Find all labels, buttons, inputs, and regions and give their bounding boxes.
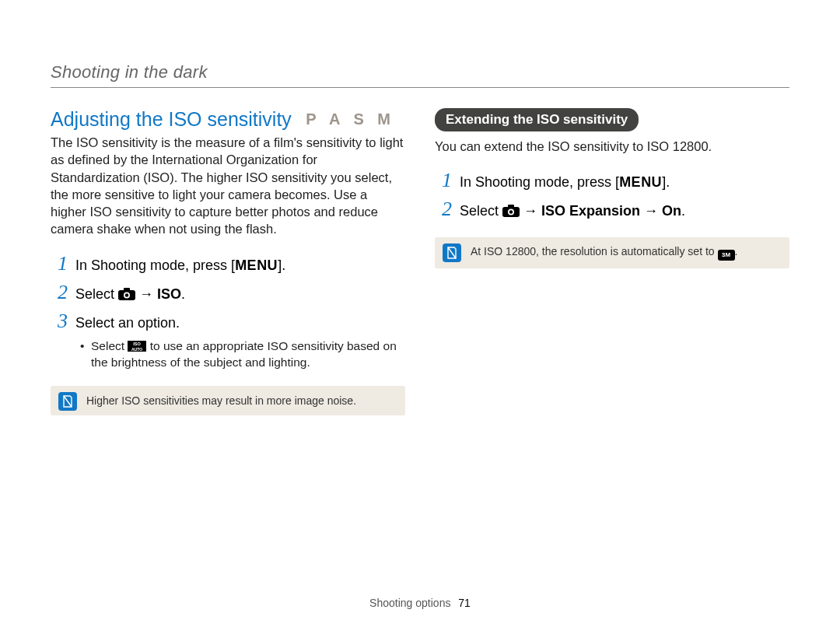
note-icon	[58, 392, 77, 411]
text-fragment: .	[181, 286, 185, 302]
step-text: Select → ISO Expansion → On.	[460, 201, 685, 222]
svg-rect-9	[508, 205, 514, 208]
note-box: Higher ISO sensitivities may result in m…	[51, 386, 405, 415]
step-2: 2 Select → ISO Expansion → On.	[435, 198, 789, 222]
steps-list: 1 In Shooting mode, press [MENU]. 2 Sele…	[435, 169, 789, 222]
two-column-layout: Adjusting the ISO sensitivity P A S M Th…	[51, 108, 789, 415]
steps-list: 1 In Shooting mode, press [MENU]. 2 Sele…	[51, 252, 405, 334]
text-fragment: At ISO 12800, the resolution is automati…	[471, 245, 718, 257]
step-number: 2	[435, 198, 452, 221]
text-fragment: .	[681, 203, 685, 219]
page-number: 71	[458, 597, 471, 609]
menu-path-item: On	[662, 203, 681, 219]
text-fragment: In Shooting mode, press [	[75, 257, 235, 273]
step-number: 3	[51, 310, 68, 333]
arrow: →	[135, 286, 157, 302]
footer-section-label: Shooting options	[369, 597, 450, 609]
mode-indicator: P A S M	[306, 110, 395, 128]
section-body: You can extend the ISO sensitivity to IS…	[435, 138, 789, 155]
svg-point-11	[509, 211, 513, 214]
iso-auto-icon: ISOAUTO	[128, 340, 146, 351]
menu-path-item: ISO Expansion	[541, 203, 640, 219]
step-number: 1	[435, 169, 452, 192]
step-2: 2 Select → ISO.	[51, 281, 405, 305]
menu-button-label: MENU	[235, 257, 278, 273]
bullet-item: Select ISOAUTO to use an appropriate ISO…	[80, 338, 405, 371]
text-fragment: ].	[278, 257, 285, 273]
resolution-icon: 3M	[718, 250, 735, 261]
sub-bullets: Select ISOAUTO to use an appropriate ISO…	[80, 338, 405, 371]
svg-rect-1	[124, 288, 130, 291]
note-text: At ISO 12800, the resolution is automati…	[471, 245, 737, 261]
menu-button-label: MENU	[619, 174, 662, 190]
step-number: 2	[51, 281, 68, 304]
right-column: Extending the ISO sensitivity You can ex…	[435, 108, 789, 415]
step-number: 1	[51, 252, 68, 275]
svg-point-3	[125, 293, 128, 296]
step-text: Select → ISO.	[75, 284, 185, 305]
page-footer: Shooting options 71	[0, 597, 840, 609]
section-body: The ISO sensitivity is the measure of a …	[51, 134, 405, 238]
section-heading-row: Adjusting the ISO sensitivity P A S M	[51, 108, 405, 131]
text-fragment: Select	[75, 286, 118, 302]
subsection-pill: Extending the ISO sensitivity	[435, 108, 639, 131]
step-text: In Shooting mode, press [MENU].	[75, 255, 285, 276]
section-title: Adjusting the ISO sensitivity	[51, 108, 292, 130]
menu-path-item: ISO	[157, 286, 181, 302]
text-fragment: In Shooting mode, press [	[460, 174, 619, 190]
camera-icon	[502, 202, 520, 215]
divider	[51, 87, 789, 88]
text-fragment: Select	[91, 339, 128, 352]
note-text: Higher ISO sensitivities may result in m…	[86, 394, 356, 407]
step-text: Select an option.	[75, 313, 180, 334]
text-fragment: .	[735, 245, 738, 257]
svg-text:ISO: ISO	[134, 342, 142, 346]
text-fragment: Select	[460, 203, 502, 219]
arrow: →	[520, 203, 541, 219]
left-column: Adjusting the ISO sensitivity P A S M Th…	[51, 108, 405, 415]
arrow: →	[640, 203, 662, 219]
text-fragment: ].	[662, 174, 670, 190]
running-head: Shooting in the dark	[51, 62, 789, 82]
step-text: In Shooting mode, press [MENU].	[460, 172, 670, 193]
svg-text:AUTO: AUTO	[131, 347, 142, 352]
step-1: 1 In Shooting mode, press [MENU].	[51, 252, 405, 276]
camera-icon	[118, 285, 135, 298]
note-box: At ISO 12800, the resolution is automati…	[435, 237, 789, 268]
manual-page: Shooting in the dark Adjusting the ISO s…	[0, 0, 840, 634]
step-1: 1 In Shooting mode, press [MENU].	[435, 169, 789, 193]
note-icon	[443, 243, 461, 262]
step-3: 3 Select an option.	[51, 310, 405, 334]
